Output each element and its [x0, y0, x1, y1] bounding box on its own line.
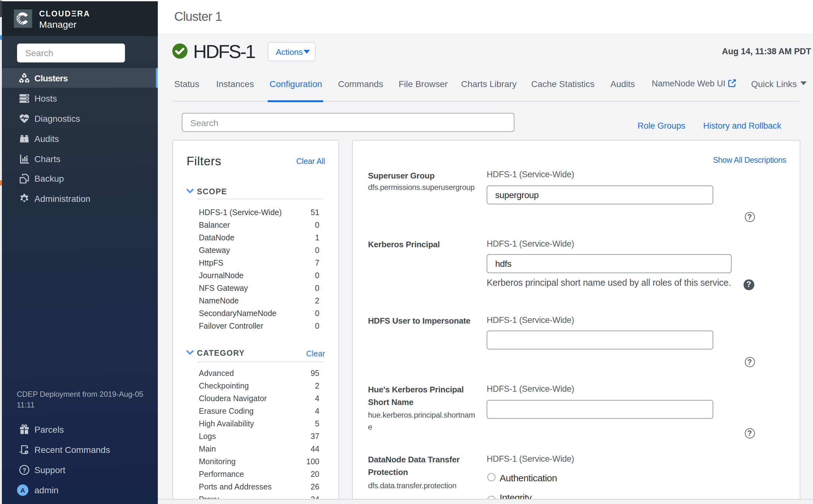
svg-text:?: ?: [22, 467, 26, 474]
svg-text:A: A: [20, 487, 25, 494]
